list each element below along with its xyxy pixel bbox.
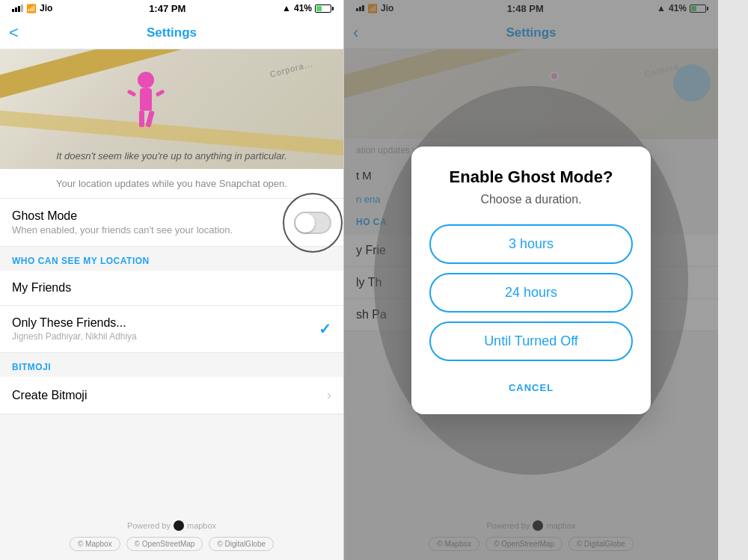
create-bitmoji-title: Create Bitmoji [12,389,87,402]
header-1: < Settings [0,16,343,49]
footer-link-dg-1[interactable]: © DigitalGlobe [209,537,274,551]
section-bitmoji-label: BITMOJI [0,353,343,377]
back-button-1[interactable]: < [9,23,19,43]
time-1: 1:47 PM [149,3,186,14]
footer-link-osm-1[interactable]: © OpenStreetMap [126,537,203,551]
powered-by-1: Powered by mapbox [12,520,331,531]
modal-title: Enable Ghost Mode? [429,167,633,187]
wifi-icon-1: 📶 [26,4,37,13]
phone2: 📶 Jio 1:48 PM ▲ 41% ‹ Settings Corpora..… [344,0,718,560]
footer-1: Powered by mapbox © Mapbox © OpenStreetM… [0,511,343,560]
modal-card: Enable Ghost Mode? Choose a duration. 3 … [411,147,651,414]
signal-bars-1 [12,4,23,12]
section-who-label: WHO CAN SEE MY LOCATION [0,247,343,271]
bitmoji-head [138,72,154,88]
create-bitmoji-row[interactable]: Create Bitmoji › [0,377,343,414]
duration-forever-button[interactable]: Until Turned Off [429,321,633,361]
footer-links-1: © Mapbox © OpenStreetMap © DigitalGlobe [12,537,331,551]
status-bar-1: 📶 Jio 1:47 PM ▲ 41% [0,0,343,16]
only-these-title: Only These Friends... [12,316,319,330]
header-title-1: Settings [147,25,197,40]
map-street-label-1: Corpora... [269,59,314,79]
only-these-info: Only These Friends... Jignesh Padhiyar, … [12,316,319,342]
battery-pct-1: 41% [294,3,312,13]
powered-text-1: Powered by [127,521,171,530]
checkmark-icon: ✓ [319,320,331,338]
chevron-icon: › [327,387,331,403]
duration-3h-button[interactable]: 3 hours [429,224,633,264]
map-road-1 [0,49,343,101]
modal-circle: Enable Ghost Mode? Choose a duration. 3 … [374,86,688,475]
footer-link-mapbox-1[interactable]: © Mapbox [70,537,120,551]
bitmoji-body [140,88,152,111]
ghost-mode-info: Ghost Mode When enabled, your friends ca… [12,209,294,236]
bitmoji-arm-left [126,89,136,96]
bitmoji-legs [127,111,165,127]
map-caption-1: It doesn't seem like you're up to anythi… [0,150,343,161]
carrier-1: Jio [40,3,52,13]
status-left-1: 📶 Jio [12,3,52,13]
ghost-mode-row: Ghost Mode When enabled, your friends ca… [0,199,343,247]
my-friends-title: My Friends [12,281,71,295]
my-friends-row[interactable]: My Friends [0,271,343,306]
mapbox-label-1: mapbox [187,521,216,530]
ghost-mode-toggle-wrapper [294,212,331,234]
bitmoji-avatar-1 [127,72,165,132]
bitmoji-leg-right [145,110,154,127]
bitmoji-arm-right [155,89,165,96]
battery-icon-1 [315,4,331,13]
ghost-mode-subtitle: When enabled, your friends can't see you… [12,224,294,236]
modal-overlay: Enable Ghost Mode? Choose a duration. 3 … [344,0,718,560]
map-area-1: Corpora... It doesn't seem like you're u… [0,49,343,169]
bitmoji-figure-1 [127,72,165,132]
status-right-1: ▲ 41% [282,3,331,13]
modal-subtitle: Choose a duration. [429,193,633,206]
settings-body-1: Your location updates while you have Sna… [0,169,343,511]
location-note-1: Your location updates while you have Sna… [0,169,343,199]
phone1: 📶 Jio 1:47 PM ▲ 41% < Settings Corpora..… [0,0,344,560]
bitmoji-leg-left [139,111,144,127]
cancel-button[interactable]: CANCEL [429,376,633,399]
ghost-mode-title: Ghost Mode [12,209,294,223]
location-arrow-1: ▲ [282,3,291,13]
only-these-subtitle: Jignesh Padhiyar, Nikhil Adhiya [12,331,319,342]
only-these-row[interactable]: Only These Friends... Jignesh Padhiyar, … [0,306,343,353]
mapbox-icon-1 [174,520,184,531]
duration-24h-button[interactable]: 24 hours [429,273,633,313]
toggle-circle-indicator [283,193,343,253]
